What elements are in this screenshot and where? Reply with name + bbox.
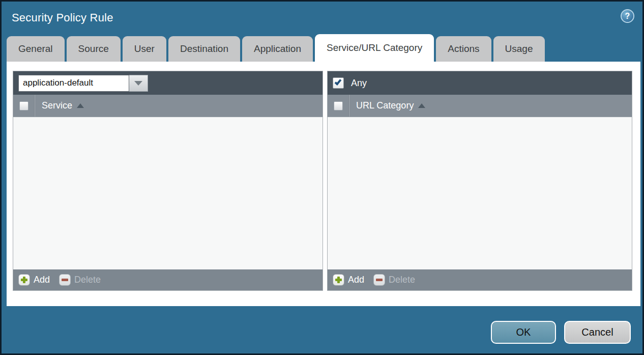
url-category-delete-button[interactable]: Delete [373, 274, 415, 286]
any-label: Any [351, 78, 367, 89]
service-add-button[interactable]: Add [18, 274, 50, 286]
url-category-panel: Any URL Category Add [327, 71, 632, 291]
tab-source[interactable]: Source [67, 36, 121, 62]
service-column-header[interactable]: Service [42, 100, 72, 111]
sort-ascending-icon[interactable] [77, 103, 84, 108]
service-select-all-checkbox[interactable] [19, 101, 28, 111]
delete-icon [373, 274, 385, 286]
add-icon [333, 274, 344, 286]
service-delete-button[interactable]: Delete [59, 274, 101, 286]
service-type-value[interactable]: application-default [18, 75, 129, 92]
help-icon[interactable]: ? [621, 9, 634, 23]
tab-user[interactable]: User [123, 36, 166, 62]
tab-actions[interactable]: Actions [436, 36, 491, 62]
chevron-down-icon [134, 81, 142, 86]
dialog-title: Security Policy Rule [12, 11, 113, 24]
tab-general[interactable]: General [7, 36, 65, 62]
security-policy-rule-dialog: Security Policy Rule ? General Source Us… [0, 0, 644, 355]
service-select-all-cell [13, 95, 35, 117]
tab-destination[interactable]: Destination [168, 36, 240, 62]
service-list-empty[interactable] [13, 117, 323, 269]
service-table-header: Service [13, 95, 323, 117]
tab-application[interactable]: Application [242, 36, 313, 62]
tab-usage[interactable]: Usage [493, 36, 545, 62]
ok-button[interactable]: OK [491, 321, 556, 344]
url-category-select-all-checkbox[interactable] [334, 101, 343, 111]
check-icon [335, 78, 342, 85]
url-category-add-button[interactable]: Add [333, 274, 364, 286]
dropdown-arrow-button[interactable] [129, 75, 148, 92]
tab-content-area: application-default Service [7, 62, 640, 306]
tab-service-url-category[interactable]: Service/URL Category [315, 34, 434, 62]
url-category-toolbar: Any [328, 71, 632, 95]
url-category-select-all-cell [328, 95, 349, 117]
url-category-table-header: URL Category [328, 95, 632, 117]
service-footer: Add Delete [13, 269, 323, 290]
delete-icon [59, 274, 71, 286]
url-category-list-empty[interactable] [328, 117, 632, 269]
tab-strip: General Source User Destination Applicat… [7, 36, 545, 62]
title-bar: Security Policy Rule ? [2, 2, 642, 35]
url-category-footer: Add Delete [328, 269, 632, 290]
sort-ascending-icon[interactable] [418, 103, 425, 108]
any-checkbox[interactable] [333, 77, 344, 89]
service-toolbar: application-default [13, 71, 323, 95]
service-panel: application-default Service [13, 71, 323, 291]
url-category-column-header[interactable]: URL Category [356, 100, 414, 111]
add-icon [18, 274, 30, 286]
service-type-dropdown[interactable]: application-default [18, 75, 148, 92]
cancel-button[interactable]: Cancel [564, 321, 631, 344]
